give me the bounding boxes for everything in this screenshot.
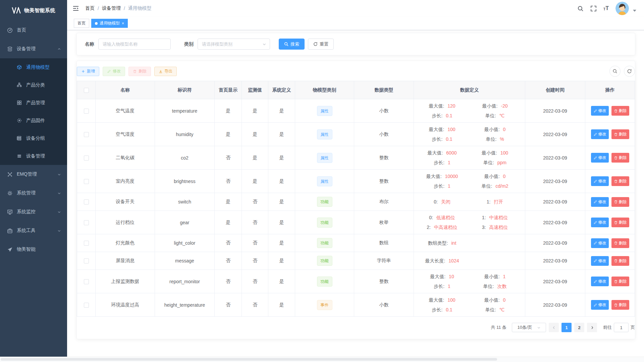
row-checkbox[interactable]: [84, 258, 89, 263]
scrollbar-thumb[interactable]: [1, 358, 497, 361]
firmware-icon: [16, 118, 22, 124]
close-icon[interactable]: ×: [122, 21, 124, 25]
toggle-search-icon[interactable]: [609, 66, 621, 77]
sidebar-subitem-1-3[interactable]: 产品固件: [0, 112, 67, 129]
refresh-icon[interactable]: [624, 66, 635, 77]
sidebar-subitem-1-1[interactable]: 产品分类: [0, 76, 67, 94]
cell-category: 功能: [295, 234, 354, 252]
search-button[interactable]: 搜索: [279, 39, 305, 50]
row-checkbox[interactable]: [84, 156, 89, 161]
avatar[interactable]: [615, 2, 629, 15]
sidebar-item-2[interactable]: EMQ管理: [0, 165, 67, 184]
search-icon[interactable]: [577, 5, 584, 12]
goto-page: 前往 页: [603, 323, 635, 332]
row-edit-button[interactable]: 修改: [591, 277, 609, 286]
definition-value: 120: [447, 103, 455, 109]
sidebar-item-5[interactable]: 系统工具: [0, 221, 67, 240]
sidebar-subitem-1-0[interactable]: 通用物模型: [0, 58, 67, 76]
header-select-all: [77, 81, 96, 99]
sidebar-item-0[interactable]: 首页: [0, 21, 67, 40]
toolbar-button-3[interactable]: 导出: [154, 67, 177, 76]
definition-label: 最大值:: [428, 150, 444, 156]
sidebar-item-1[interactable]: 设备管理: [0, 40, 67, 58]
toolbar-button-2[interactable]: 删除: [128, 67, 151, 76]
row-delete-button[interactable]: 删除: [611, 176, 629, 186]
row-delete-button[interactable]: 删除: [611, 218, 629, 227]
row-edit-button[interactable]: 修改: [591, 256, 609, 266]
row-actions: 修改删除: [591, 241, 629, 246]
select-all-checkbox[interactable]: [84, 88, 89, 93]
page-size-select[interactable]: 10条/页: [512, 323, 546, 332]
row-delete-button-label: 删除: [619, 178, 627, 184]
row-edit-button[interactable]: 修改: [591, 129, 609, 139]
definition-item: 单位: 次数: [468, 282, 522, 290]
next-page-button[interactable]: [587, 323, 597, 332]
reset-button[interactable]: 重置: [308, 39, 334, 50]
name-filter-input[interactable]: [98, 39, 171, 50]
page-button-1[interactable]: 1: [561, 323, 572, 332]
tab-thing-model[interactable]: 通用物模型 ×: [91, 19, 128, 28]
horizontal-scrollbar[interactable]: [0, 357, 644, 362]
row-edit-button[interactable]: 修改: [591, 300, 609, 310]
table-row-1: 空气湿度humidity是是是属性小数最大值: 100最小值: 0步长: 0.1…: [77, 123, 635, 146]
row-edit-button[interactable]: 修改: [591, 176, 609, 186]
row-edit-button[interactable]: 修改: [591, 106, 609, 116]
sidebar-item-3[interactable]: 系统管理: [0, 184, 67, 202]
goto-page-input[interactable]: [614, 323, 629, 332]
row-delete-button[interactable]: 删除: [611, 256, 629, 266]
table-row-3: 室内亮度brightness否是是属性整数最大值: 10000最小值: 0步长:…: [77, 170, 635, 193]
row-checkbox[interactable]: [84, 279, 89, 284]
row-delete-button[interactable]: 删除: [611, 106, 629, 116]
sidebar-item-4[interactable]: 系统监控: [0, 202, 67, 221]
definition-item: 最大值: 10000: [417, 172, 468, 180]
row-delete-button[interactable]: 删除: [611, 277, 629, 286]
data-definition: 最大长度: 1024: [417, 257, 522, 265]
definition-item: 单位: ppm: [468, 159, 522, 167]
cell-monitor-value: 否: [242, 293, 268, 317]
toolbar-button-0[interactable]: 新增: [77, 67, 99, 76]
row-checkbox[interactable]: [84, 199, 89, 204]
chevron-down-icon[interactable]: [633, 10, 636, 12]
row-edit-button[interactable]: 修改: [591, 218, 609, 227]
row-checkbox[interactable]: [84, 241, 89, 246]
prev-page-button[interactable]: [549, 323, 559, 332]
toolbar-button-1[interactable]: 修改: [103, 67, 125, 76]
row-delete-button[interactable]: 删除: [611, 153, 629, 163]
row-checkbox[interactable]: [84, 109, 89, 114]
toolbar-right: [609, 66, 635, 77]
row-edit-button-label: 修改: [598, 279, 606, 284]
row-edit-button[interactable]: 修改: [591, 153, 609, 163]
sidebar-collapse-icon[interactable]: [72, 5, 79, 11]
cell-select: [77, 170, 96, 193]
definition-value: 0: [503, 297, 505, 303]
sidebar-item-6[interactable]: 物美智能: [0, 240, 67, 259]
sidebar-item-label: 系统管理: [17, 190, 57, 196]
row-edit-button[interactable]: 修改: [591, 238, 609, 248]
category-filter-select[interactable]: 请选择模型类别: [198, 39, 270, 50]
row-delete-button[interactable]: 删除: [611, 300, 629, 310]
row-checkbox[interactable]: [84, 303, 89, 308]
row-checkbox[interactable]: [84, 132, 89, 137]
row-delete-button[interactable]: 删除: [611, 197, 629, 207]
fullscreen-icon[interactable]: [590, 5, 597, 12]
row-edit-button[interactable]: 修改: [591, 197, 609, 207]
definition-label: 最小值:: [482, 103, 499, 109]
page-button-2[interactable]: 2: [574, 323, 584, 332]
sidebar-subitem-1-2[interactable]: 产品管理: [0, 94, 67, 112]
font-size-icon[interactable]: TT: [603, 6, 609, 11]
sidebar-subitem-1-4[interactable]: 设备分组: [0, 129, 67, 147]
definition-value: 6000: [446, 150, 457, 156]
breadcrumb-home[interactable]: 首页: [85, 5, 95, 11]
breadcrumb-device-mgmt[interactable]: 设备管理: [102, 5, 121, 11]
row-delete-button[interactable]: 删除: [611, 238, 629, 248]
tab-home[interactable]: 首页: [74, 19, 89, 28]
row-checkbox[interactable]: [84, 220, 89, 225]
cell-monitor-value: 否: [242, 270, 268, 293]
row-checkbox[interactable]: [84, 179, 89, 184]
row-actions: 修改删除: [591, 279, 629, 285]
logo-row[interactable]: 物美智能系统: [0, 0, 67, 21]
cell-home-display: 是: [215, 211, 242, 234]
sidebar-subitem-1-5[interactable]: 设备管理: [0, 147, 67, 165]
cell-category: 属性: [295, 99, 354, 123]
row-delete-button[interactable]: 删除: [611, 129, 629, 139]
